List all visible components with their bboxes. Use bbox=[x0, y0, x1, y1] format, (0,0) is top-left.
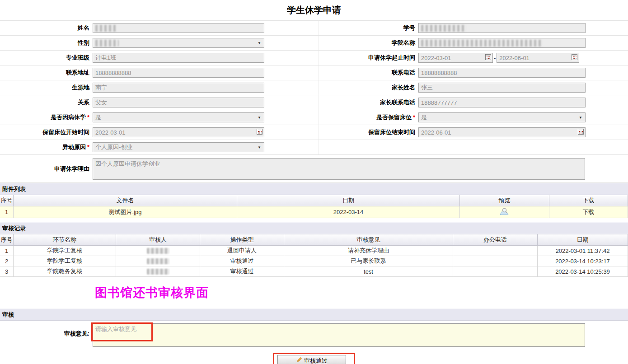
bed-start-date[interactable]: 2022-03-01 bbox=[93, 127, 264, 137]
contact-phone-label: 联系电话 bbox=[319, 69, 418, 77]
student-id-input[interactable] bbox=[418, 23, 586, 33]
pencil-icon bbox=[296, 357, 302, 364]
contact-address-label: 联系地址 bbox=[0, 69, 93, 77]
column-header: 预览 bbox=[460, 195, 549, 206]
redacted-value bbox=[147, 258, 169, 264]
review-date: 2022-03-14 10:23:17 bbox=[538, 256, 628, 266]
parent-name-input[interactable]: 张三 bbox=[418, 83, 586, 93]
sick-leave-select[interactable]: 是▼ bbox=[93, 112, 264, 122]
redacted-value bbox=[147, 269, 169, 275]
attachment-row: 1 测试图片.jpg 2022-03-14 下载 bbox=[0, 206, 628, 218]
keep-bed-label: 是否保留床位* bbox=[319, 113, 418, 121]
calendar-icon[interactable] bbox=[485, 54, 491, 61]
annotation-text: 图书馆还书审核界面 bbox=[95, 285, 209, 301]
relation-label: 关系 bbox=[0, 98, 93, 107]
attachment-no: 1 bbox=[0, 206, 14, 218]
chevron-down-icon: ▼ bbox=[258, 145, 261, 149]
review-row: 2 学院学工复核 审核通过 已与家长联系 2022-03-14 10:23:17 bbox=[0, 256, 628, 266]
column-header: 审核人 bbox=[116, 234, 200, 246]
form-row: 关系 父女 家长联系电话 18888777777 bbox=[0, 95, 628, 110]
column-header: 序号 bbox=[0, 195, 14, 206]
bed-end-date[interactable]: 2022-06-01 bbox=[418, 127, 586, 137]
origin-label: 生源地 bbox=[0, 84, 93, 92]
review-row: 1 学院学工复核 退回申请人 请补充休学理由 2022-03-01 11:37:… bbox=[0, 246, 628, 256]
column-header: 日期 bbox=[538, 234, 628, 246]
date-range-separator: - bbox=[494, 55, 496, 61]
leave-reason-label: 申请休学理由 bbox=[0, 165, 93, 173]
parent-phone-input[interactable]: 18888777777 bbox=[418, 98, 586, 107]
download-link[interactable]: 下载 bbox=[549, 206, 628, 218]
origin-input[interactable]: 南宁 bbox=[93, 83, 264, 93]
page-title: 学生休学申请 bbox=[287, 4, 341, 16]
review-date: 2022-03-01 11:37:42 bbox=[538, 246, 628, 256]
name-input[interactable] bbox=[93, 23, 264, 33]
review-action: 审核通过 bbox=[200, 256, 284, 266]
column-header: 序号 bbox=[0, 234, 14, 246]
parent-phone-label: 家长联系电话 bbox=[319, 98, 418, 107]
contact-address-input[interactable]: 18888888888 bbox=[93, 68, 264, 78]
student-id-label: 学号 bbox=[319, 24, 418, 32]
change-reason-select[interactable]: 个人原因-创业▼ bbox=[93, 142, 264, 152]
audit-section-title: 审核 bbox=[0, 308, 628, 321]
required-asterisk: * bbox=[87, 144, 89, 150]
review-phone bbox=[453, 246, 538, 256]
form-row: 联系地址 18888888888 联系电话 18888888888 bbox=[0, 65, 628, 80]
redacted-value bbox=[95, 25, 116, 32]
page-header: 学生休学申请 bbox=[0, 0, 628, 21]
form-row: 保留床位开始时间 2022-03-01 保留床位结束时间 2022-06-01 bbox=[0, 125, 628, 140]
redacted-value bbox=[421, 40, 542, 47]
name-label: 姓名 bbox=[0, 24, 93, 32]
bed-end-label: 保留床位结束时间 bbox=[319, 128, 418, 136]
review-no: 1 bbox=[0, 246, 14, 256]
review-no: 2 bbox=[0, 256, 14, 266]
chevron-down-icon: ▼ bbox=[579, 116, 582, 120]
class-label: 专业班级 bbox=[0, 54, 93, 62]
parent-name-label: 家长姓名 bbox=[319, 84, 418, 92]
form-row: 姓名 学号 bbox=[0, 21, 628, 36]
review-reviewer bbox=[116, 266, 200, 277]
review-reviewer bbox=[116, 256, 200, 266]
gender-select[interactable]: ▼ bbox=[93, 38, 264, 48]
form-row: 生源地 南宁 家长姓名 张三 bbox=[0, 80, 628, 95]
calendar-icon[interactable] bbox=[257, 129, 262, 136]
leave-end-date[interactable]: 2022-06-01 bbox=[497, 53, 579, 63]
leave-start-date[interactable]: 2022-03-01 bbox=[418, 53, 493, 63]
column-header: 日期 bbox=[237, 195, 460, 206]
review-action: 审核通过 bbox=[200, 266, 284, 277]
redacted-value bbox=[147, 248, 169, 254]
form-row: 性别 ▼ 学院名称 bbox=[0, 36, 628, 51]
audit-opinion-label: 审核意见: bbox=[0, 323, 93, 338]
keep-bed-select[interactable]: 是▼ bbox=[418, 112, 586, 122]
calendar-icon[interactable] bbox=[578, 129, 584, 136]
chevron-down-icon: ▼ bbox=[258, 41, 261, 45]
change-reason-label: 异动原因* bbox=[0, 143, 93, 151]
form-row: 申请休学理由 因个人原因申请休学创业 bbox=[0, 155, 628, 183]
contact-phone-input[interactable]: 18888888888 bbox=[418, 68, 586, 78]
column-header: 文件名 bbox=[14, 195, 237, 206]
redacted-value bbox=[95, 40, 119, 47]
leave-reason-textarea[interactable]: 因个人原因申请休学创业 bbox=[93, 158, 585, 180]
audit-opinion-row: 审核意见: bbox=[0, 321, 628, 352]
review-header-row: 序号 环节名称 审核人 操作类型 审核意见 办公电话 日期 bbox=[0, 234, 628, 246]
review-no: 3 bbox=[0, 266, 14, 277]
form-row: 异动原因* 个人原因-创业▼ bbox=[0, 140, 628, 155]
class-input[interactable]: 计电1班 bbox=[93, 53, 264, 63]
column-header: 下载 bbox=[549, 195, 628, 206]
calendar-icon[interactable] bbox=[572, 54, 577, 61]
form-row: 专业班级 计电1班 申请休学起止时间 2022-03-01 - 2022-06-… bbox=[0, 51, 628, 65]
column-header: 环节名称 bbox=[14, 234, 116, 246]
button-area: 审核通过 bbox=[0, 352, 628, 364]
review-row: 3 学院教务复核 审核通过 test 2022-03-14 10:25:39 bbox=[0, 266, 628, 277]
relation-input[interactable]: 父女 bbox=[93, 98, 264, 107]
gender-label: 性别 bbox=[0, 39, 93, 47]
review-action: 退回申请人 bbox=[200, 246, 284, 256]
column-header: 审核意见 bbox=[284, 234, 453, 246]
approve-button[interactable]: 审核通过 bbox=[277, 355, 346, 364]
attachment-preview-cell bbox=[460, 206, 549, 218]
audit-opinion-textarea[interactable] bbox=[93, 323, 585, 347]
attachments-table: 序号 文件名 日期 预览 下载 1 测试图片.jpg 2022-03-14 下载 bbox=[0, 195, 628, 218]
college-input[interactable] bbox=[418, 38, 586, 48]
required-asterisk: * bbox=[413, 114, 415, 121]
column-header: 办公电话 bbox=[453, 234, 538, 246]
preview-icon[interactable] bbox=[500, 208, 510, 217]
